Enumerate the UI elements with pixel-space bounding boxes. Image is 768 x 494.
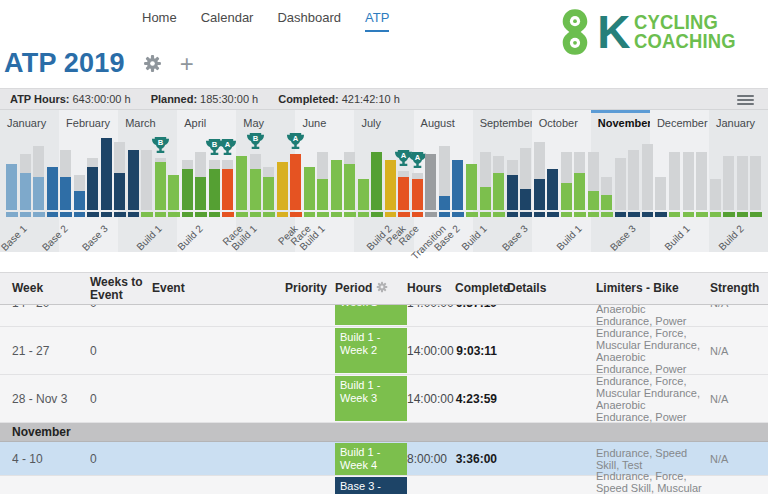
week-bar-completed[interactable]	[520, 189, 531, 210]
month-tab-january-0[interactable]: January	[0, 110, 59, 136]
period-underline	[480, 212, 492, 217]
week-bar-completed[interactable]	[290, 154, 301, 210]
week-bar-completed[interactable]	[588, 191, 599, 210]
week-bar-completed[interactable]	[74, 191, 85, 210]
week-bar-completed[interactable]	[507, 175, 518, 210]
brand-logo: K CYCLING COACHING	[558, 6, 744, 58]
period-badge[interactable]: Base 3 - Week 1	[335, 477, 407, 494]
svg-text:A: A	[293, 134, 299, 143]
week-bar-planned[interactable]	[669, 152, 680, 210]
week-bar-completed[interactable]	[60, 177, 71, 210]
week-bar-completed[interactable]	[114, 173, 125, 210]
week-bar-completed[interactable]	[250, 169, 261, 210]
event-trophy-icon-B[interactable]: B	[151, 136, 170, 155]
week-bar-completed[interactable]	[236, 156, 247, 210]
week-bar-completed[interactable]	[222, 169, 233, 210]
week-bar-completed[interactable]	[534, 179, 545, 210]
week-bar-completed[interactable]	[168, 175, 179, 210]
period-badge[interactable]: Build 1 - Week 3	[335, 376, 407, 421]
week-bar-completed[interactable]	[331, 160, 342, 210]
period-badge[interactable]: Build 1 - Week 4	[335, 443, 407, 475]
period-badge[interactable]: Build 1 - Week 2	[335, 328, 407, 373]
week-bar-planned[interactable]	[141, 150, 152, 210]
period-underline	[155, 212, 167, 217]
event-trophy-icon-A[interactable]: A	[408, 151, 427, 170]
month-tab-december-11[interactable]: December	[650, 110, 709, 136]
table-row[interactable]: 28 - Nov 30Build 1 - Week 314:00:004:23:…	[0, 375, 768, 423]
week-bar-completed[interactable]	[547, 169, 558, 210]
week-bar-planned[interactable]	[737, 156, 748, 210]
week-bar-completed[interactable]	[277, 162, 288, 210]
week-bar-completed[interactable]	[87, 167, 98, 210]
month-tab-march-2[interactable]: March	[118, 110, 177, 136]
menu-icon[interactable]	[737, 93, 754, 107]
month-tab-august-7[interactable]: August	[414, 110, 473, 136]
period-underline	[304, 212, 316, 217]
month-tab-april-3[interactable]: April	[177, 110, 236, 136]
week-bar-completed[interactable]	[493, 173, 504, 210]
week-bar-planned[interactable]	[710, 179, 721, 210]
column-header-hours: Hours	[407, 282, 455, 295]
week-bar-completed[interactable]	[466, 164, 477, 210]
week-bar-completed[interactable]	[561, 183, 572, 210]
week-bar-planned[interactable]	[628, 150, 639, 210]
table-row[interactable]: 11 - 170Base 3 - Week 112:30:000:00:00En…	[0, 476, 768, 494]
nav-item-home[interactable]: Home	[142, 10, 177, 32]
add-plan-button[interactable]: +	[180, 52, 194, 76]
complete-cell: 4:23:59	[455, 392, 507, 406]
week-bar-completed[interactable]	[263, 177, 274, 210]
week-bar-completed[interactable]	[601, 195, 612, 210]
event-trophy-icon-A[interactable]: A	[286, 132, 305, 151]
week-bar-planned[interactable]	[642, 144, 653, 210]
month-tab-february-1[interactable]: February	[59, 110, 118, 136]
week-bar-planned[interactable]	[615, 158, 626, 210]
table-section-row: November	[0, 423, 768, 442]
period-underline	[642, 212, 654, 217]
week-bar-completed[interactable]	[398, 177, 409, 210]
week-bar-completed[interactable]	[412, 179, 423, 210]
month-tab-september-8[interactable]: September	[473, 110, 532, 136]
week-bar-planned[interactable]	[655, 177, 666, 210]
month-tab-october-9[interactable]: October	[532, 110, 591, 136]
week-bar-planned[interactable]	[750, 156, 761, 210]
month-tab-november-10[interactable]: November	[591, 110, 650, 136]
week-bar-completed[interactable]	[6, 164, 17, 210]
week-bar-completed[interactable]	[33, 177, 44, 210]
week-bar-completed[interactable]	[195, 177, 206, 210]
week-bar-completed[interactable]	[439, 196, 450, 210]
event-trophy-icon-B[interactable]: B	[246, 132, 265, 151]
week-bar-planned[interactable]	[723, 156, 734, 210]
week-bar-completed[interactable]	[371, 152, 382, 210]
month-tab-july-6[interactable]: July	[354, 110, 413, 136]
week-bar-completed[interactable]	[452, 160, 463, 210]
week-bar-completed[interactable]	[101, 138, 112, 210]
nav-item-atp[interactable]: ATP	[365, 10, 389, 32]
week-bar-completed[interactable]	[574, 173, 585, 210]
table-row[interactable]: 21 - 270Build 1 - Week 214:00:009:03:11E…	[0, 327, 768, 375]
week-bar-planned[interactable]	[696, 152, 707, 210]
week-bar-completed[interactable]	[47, 167, 58, 210]
week-bar-completed[interactable]	[128, 150, 139, 210]
period-settings-gear-icon[interactable]	[376, 281, 388, 296]
nav-item-dashboard[interactable]: Dashboard	[277, 10, 341, 32]
period-underline	[601, 212, 613, 217]
week-bar-completed[interactable]	[317, 179, 328, 210]
limiters-bike-cell: Endurance, Speed Skill, Test	[596, 447, 710, 471]
week-bar-completed[interactable]	[304, 167, 315, 210]
event-trophy-icon-A[interactable]: A	[218, 138, 237, 157]
period-underline	[371, 212, 383, 217]
nav-item-calendar[interactable]: Calendar	[201, 10, 254, 32]
week-bar-completed[interactable]	[20, 173, 31, 210]
week-bar-completed[interactable]	[344, 164, 355, 210]
week-bar-completed[interactable]	[425, 154, 436, 210]
month-tab-january-12[interactable]: January	[709, 110, 768, 136]
week-bar-completed[interactable]	[155, 162, 166, 210]
week-bar-completed[interactable]	[209, 169, 220, 210]
week-bar-completed[interactable]	[182, 169, 193, 210]
week-bar-planned[interactable]	[683, 152, 694, 210]
week-bar-completed[interactable]	[358, 179, 369, 210]
period-underline	[331, 212, 343, 217]
settings-gear-icon[interactable]	[143, 54, 162, 73]
period-underline	[168, 212, 180, 217]
week-bar-completed[interactable]	[480, 187, 491, 210]
